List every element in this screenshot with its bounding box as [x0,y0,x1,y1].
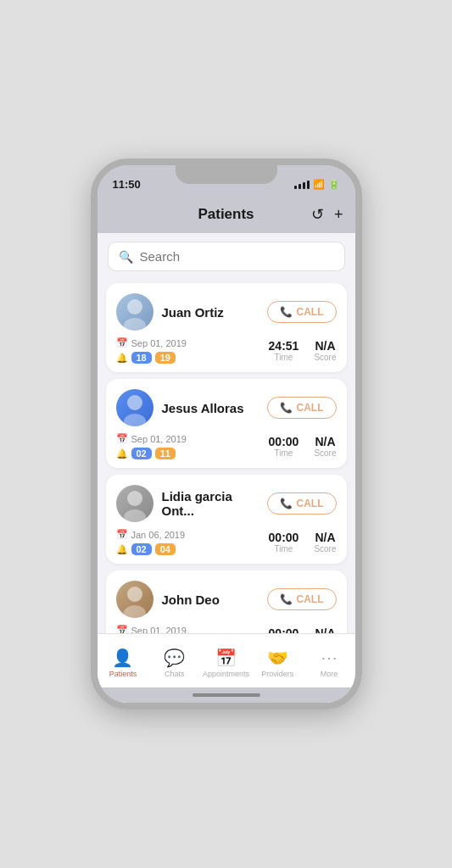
meta-date: 📅 Sep 01, 2019 [116,625,187,633]
card-left: Lidia garcia Ont... [116,485,267,522]
card-bottom: 📅 Sep 01, 2019 🔔 01 00:00 Time N/A Score [116,625,337,633]
search-bar: 🔍 [108,242,345,271]
score-label: Score [314,544,336,554]
score-value: N/A [314,531,336,544]
time-value: 00:00 [269,435,299,448]
card-top: Juan Ortiz 📞 CALL [116,293,337,331]
tab-appointments[interactable]: 📅 Appointments [200,644,252,678]
wifi-icon: 📶 [313,179,325,190]
more-tab-label: More [321,670,338,678]
score-label: Score [314,353,336,362]
card-left: John Deo [116,581,220,618]
call-button[interactable]: 📞 CALL [267,492,337,515]
call-button[interactable]: 📞 CALL [267,397,337,419]
meta-badges: 🔔 0211 [116,448,187,459]
patients-tab-icon: 👤 [112,648,133,668]
time-value: 00:00 [269,531,299,544]
card-meta: 📅 Jan 06, 2019 🔔 0204 [116,529,186,555]
date-text: Sep 01, 2019 [131,626,187,634]
phone-icon: 📞 [280,593,293,605]
appointments-tab-icon: 📅 [215,648,237,668]
calendar-icon: 📅 [116,529,128,540]
add-button[interactable]: + [334,206,343,224]
calendar-icon: 📅 [116,433,128,444]
score-value: N/A [314,339,336,353]
calendar-icon: 📅 [116,337,128,348]
card-meta: 📅 Sep 01, 2019 🔔 1819 [116,337,187,364]
score-label: Score [314,448,336,458]
svg-point-0 [127,299,142,314]
patient-name: Jesus Alloras [162,401,244,415]
status-time: 11:50 [113,178,141,191]
time-label: Time [269,544,299,554]
badge-orange: 11 [155,448,176,459]
badge-blue: 02 [131,448,152,459]
date-text: Sep 01, 2019 [131,338,187,348]
card-stats: 00:00 Time N/A Score [269,531,337,554]
patient-name: John Deo [162,593,220,607]
svg-point-6 [127,587,142,602]
time-stat: 24:51 Time [269,339,299,362]
tab-bar: 👤 Patients 💬 Chats 📅 Appointments 🤝 Prov… [98,633,355,687]
avatar [116,293,153,331]
tab-chats[interactable]: 💬 Chats [148,644,200,678]
date-text: Jan 06, 2019 [131,530,186,540]
refresh-button[interactable]: ↺ [311,205,324,224]
card-left: Juan Ortiz [116,293,224,331]
home-indicator [98,687,355,703]
card-top: John Deo 📞 CALL [116,581,337,618]
badge-orange: 04 [155,543,176,555]
page-title: Patients [198,206,254,223]
chats-tab-label: Chats [165,670,185,678]
time-label: Time [269,353,299,362]
bell-icon: 🔔 [116,544,128,555]
bell-icon: 🔔 [116,448,128,459]
card-bottom: 📅 Sep 01, 2019 🔔 0211 00:00 Time N/A Sco… [116,433,337,459]
signal-icon [294,179,310,189]
svg-point-2 [127,395,142,410]
score-value: N/A [314,435,336,448]
patient-name: Juan Ortiz [162,305,224,320]
card-bottom: 📅 Sep 01, 2019 🔔 1819 24:51 Time N/A Sco… [116,337,337,364]
card-stats: 00:00 Time N/A Score [269,435,337,458]
nav-actions: ↺ + [311,205,343,224]
call-button[interactable]: 📞 CALL [267,588,337,610]
tab-providers[interactable]: 🤝 Providers [252,644,304,678]
search-input[interactable] [140,249,334,264]
card-top: Lidia garcia Ont... 📞 CALL [116,485,337,522]
meta-date: 📅 Sep 01, 2019 [116,337,187,348]
call-label: CALL [297,306,324,318]
phone-shell: 11:50 📶 🔋 Patients ↺ + 🔍 [91,159,362,709]
call-label: CALL [297,498,324,509]
top-nav: Patients ↺ + [98,196,355,233]
bell-icon: 🔔 [116,353,128,364]
card-stats: 00:00 Time N/A Score [269,626,337,633]
patients-tab-label: Patients [109,670,137,678]
providers-tab-label: Providers [261,670,293,678]
avatar [116,389,153,426]
score-value: N/A [314,626,336,633]
calendar-icon: 📅 [116,625,128,633]
patient-name: Lidia garcia Ont... [162,489,267,518]
meta-date: 📅 Jan 06, 2019 [116,529,186,540]
time-label: Time [269,448,299,458]
patient-card: Lidia garcia Ont... 📞 CALL 📅 Jan 06, 201… [106,475,347,564]
more-tab-icon: ⋯ [321,648,338,668]
call-button[interactable]: 📞 CALL [267,301,337,323]
svg-point-7 [124,605,146,618]
time-stat: 00:00 Time [269,626,299,633]
notch [176,165,277,184]
score-stat: N/A Score [314,339,336,362]
badge-blue: 02 [131,543,152,555]
score-stat: N/A Score [314,531,336,554]
meta-badges: 🔔 0204 [116,543,186,555]
battery-icon: 🔋 [328,179,340,190]
card-bottom: 📅 Jan 06, 2019 🔔 0204 00:00 Time N/A Sco… [116,529,337,555]
svg-point-4 [127,491,142,506]
call-label: CALL [297,402,324,414]
tab-patients[interactable]: 👤 Patients [98,644,149,678]
tab-more[interactable]: ⋯ More [304,644,355,678]
phone-icon: 📞 [280,306,293,318]
appointments-tab-label: Appointments [203,670,249,678]
search-container: 🔍 [98,233,355,280]
